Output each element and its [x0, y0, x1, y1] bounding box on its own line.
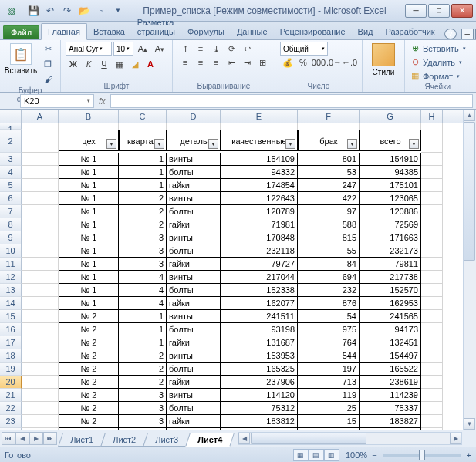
cell[interactable]: 1	[119, 336, 167, 349]
cell[interactable]	[421, 179, 443, 192]
cell[interactable]	[22, 271, 59, 284]
file-tab[interactable]: Файл	[3, 25, 39, 39]
row-header[interactable]: 11	[0, 258, 22, 271]
cell[interactable]: 3	[119, 402, 167, 415]
cell[interactable]: № 1	[59, 284, 119, 297]
cell[interactable]: 2	[119, 376, 167, 389]
cell[interactable]: 120886	[360, 205, 421, 218]
zoom-in-button[interactable]: +	[467, 450, 471, 460]
cell[interactable]	[421, 258, 443, 271]
cell[interactable]: винты	[167, 271, 221, 284]
sheet-nav-last-icon[interactable]: ⏭	[43, 432, 57, 445]
cell[interactable]: 75312	[221, 402, 298, 415]
cell[interactable]: 2	[119, 363, 167, 376]
table-header-cell[interactable]: брак▼	[298, 130, 360, 151]
shrink-font-icon[interactable]: A▾	[152, 42, 167, 56]
currency-icon[interactable]: 💰	[280, 56, 295, 69]
fx-icon[interactable]: fx	[99, 96, 106, 106]
font-color-button[interactable]: A	[143, 57, 158, 71]
cell[interactable]	[421, 244, 443, 258]
col-header[interactable]: E	[221, 110, 298, 123]
cell[interactable]: 694	[298, 271, 360, 284]
cell[interactable]: 764	[298, 336, 360, 349]
cell[interactable]: болты	[167, 323, 221, 336]
cell[interactable]: 815	[298, 231, 360, 244]
open-icon[interactable]: 📂	[76, 3, 92, 19]
cell[interactable]: № 1	[59, 244, 119, 258]
cell[interactable]: № 2	[59, 376, 119, 389]
cell[interactable]: 162953	[360, 297, 421, 310]
cell[interactable]	[22, 231, 59, 244]
cell[interactable]: 876	[298, 297, 360, 310]
cell[interactable]: 183827	[360, 415, 421, 428]
cell[interactable]	[22, 415, 59, 428]
row-header[interactable]: 1	[0, 123, 22, 130]
cut-icon[interactable]: ✂	[40, 42, 56, 56]
hscroll-thumb[interactable]	[251, 433, 366, 444]
bold-button[interactable]: Ж	[66, 57, 81, 71]
cell[interactable]: 4	[119, 284, 167, 297]
cell[interactable]: 79727	[221, 258, 298, 271]
table-header-cell[interactable]: деталь▼	[167, 130, 221, 151]
sheet-tab[interactable]: Лист3	[143, 433, 191, 447]
cell[interactable]: винты	[167, 231, 221, 244]
align-middle-icon[interactable]: ≡	[193, 42, 208, 56]
cell[interactable]: 3	[119, 231, 167, 244]
cell[interactable]	[298, 123, 360, 130]
scroll-right-icon[interactable]: ▶	[450, 433, 461, 444]
cell[interactable]: гайки	[167, 297, 221, 310]
cell[interactable]: 71981	[221, 218, 298, 231]
cell[interactable]: 153953	[221, 349, 298, 363]
cell[interactable]: гайки	[167, 218, 221, 231]
wrap-text-icon[interactable]: ↩	[239, 42, 255, 56]
cell[interactable]	[22, 179, 59, 192]
cell[interactable]: гайки	[167, 179, 221, 192]
cell[interactable]	[119, 123, 167, 130]
cell[interactable]: 4	[119, 297, 167, 310]
cell[interactable]: 1	[119, 166, 167, 179]
filter-dropdown-icon[interactable]: ▼	[106, 139, 116, 149]
horizontal-scrollbar[interactable]: ◀ ▶	[238, 432, 462, 445]
cell[interactable]	[421, 389, 443, 402]
cell[interactable]: № 2	[59, 363, 119, 376]
save-icon[interactable]: 💾	[25, 3, 41, 19]
cell[interactable]: 3	[119, 415, 167, 428]
cell[interactable]	[421, 323, 443, 336]
vertical-scrollbar[interactable]: ▲ ▼	[463, 110, 476, 430]
cell[interactable]	[22, 218, 59, 231]
cell[interactable]: 93198	[221, 323, 298, 336]
cell[interactable]: 2	[119, 192, 167, 205]
cell[interactable]	[167, 123, 221, 130]
cell[interactable]	[22, 402, 59, 415]
cell[interactable]	[421, 205, 443, 218]
cell[interactable]: 544	[298, 349, 360, 363]
cell[interactable]	[22, 349, 59, 363]
cells-delete-button[interactable]: ⊖Удалить▾	[410, 56, 466, 69]
cell[interactable]: болты	[167, 166, 221, 179]
cell[interactable]	[22, 166, 59, 179]
cell[interactable]: винты	[167, 389, 221, 402]
cell[interactable]	[22, 123, 59, 130]
scroll-thumb[interactable]	[464, 122, 475, 261]
cell[interactable]: 72569	[360, 218, 421, 231]
cell[interactable]: 1	[119, 310, 167, 323]
cell[interactable]: 1	[119, 323, 167, 336]
row-header[interactable]: 12	[0, 271, 22, 284]
cell[interactable]: № 1	[59, 218, 119, 231]
number-format-combo[interactable]: Общий▾	[280, 42, 328, 56]
minimize-button[interactable]: ─	[405, 4, 427, 18]
cell[interactable]: 15	[298, 415, 360, 428]
zoom-thumb[interactable]	[419, 450, 425, 460]
row-header[interactable]: 7	[0, 205, 22, 218]
cell[interactable]: 232118	[221, 244, 298, 258]
sheet-nav-next-icon[interactable]: ▶	[29, 432, 43, 445]
cell[interactable]: 114239	[360, 389, 421, 402]
cell[interactable]: винты	[167, 310, 221, 323]
cell[interactable]	[360, 123, 421, 130]
row-header[interactable]: 8	[0, 218, 22, 231]
align-right-icon[interactable]: ≡	[208, 56, 224, 69]
row-header[interactable]: 22	[0, 402, 22, 415]
ribbon-tab[interactable]: Вставка	[87, 24, 131, 39]
cell[interactable]: винты	[167, 349, 221, 363]
cell[interactable]: гайки	[167, 336, 221, 349]
